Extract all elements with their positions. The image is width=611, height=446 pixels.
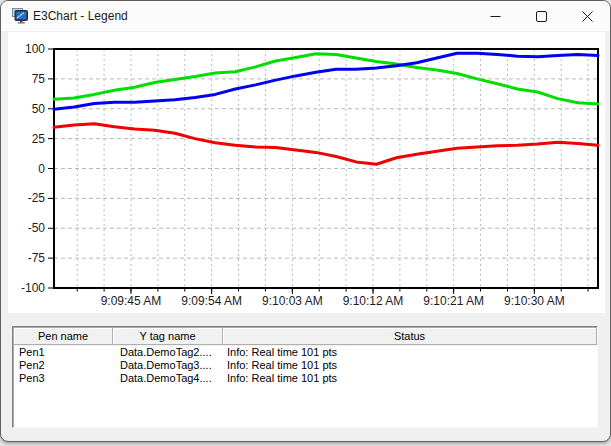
minimize-icon [490,11,501,22]
y-tick-label: -25 [28,191,46,205]
x-tick-label: 9:09:54 AM [181,294,242,308]
y-tick-label: 25 [32,132,46,146]
y-tick-label: 75 [32,72,46,86]
y-tick-label: -50 [28,221,46,235]
y-tag-name-cell: Data.DemoTag3.... [113,359,223,372]
legend-row-pen2[interactable]: Pen2 Data.DemoTag3.... Info: Real time 1… [14,359,597,372]
legend-header-y-tag-name[interactable]: Y tag name [113,328,223,345]
legend-table: Pen name Y tag name Status Pen1 Data.Dem… [12,326,598,428]
series-line-Pen3 [54,53,598,109]
status-cell: Info: Real time 101 pts [223,372,597,385]
y-tick-label: -75 [28,251,46,265]
y-tick-label: -100 [21,281,45,295]
minimize-button[interactable] [473,1,518,31]
legend-header-pen-name[interactable]: Pen name [14,328,113,345]
title-bar[interactable]: E3Chart - Legend [1,1,610,31]
x-tick-label: 9:09:45 AM [101,294,162,308]
y-tick-label: 0 [38,162,45,176]
status-cell: Info: Real time 101 pts [223,346,597,359]
y-tag-name-cell: Data.DemoTag2.... [113,346,223,359]
pen-name-cell: Pen1 [14,346,113,359]
legend-header-status[interactable]: Status [223,328,597,345]
x-tick-label: 9:10:21 AM [423,294,484,308]
close-icon [582,11,593,22]
chart-area: 1007550250-25-50-75-1009:09:45 AM9:09:54… [8,32,605,313]
legend-header: Pen name Y tag name Status [14,328,597,346]
maximize-button[interactable] [519,1,564,31]
x-tick-label: 9:10:12 AM [343,294,404,308]
close-button[interactable] [564,1,610,31]
pen-name-cell: Pen3 [14,372,113,385]
app-icon [12,8,28,24]
legend-rows: Pen1 Data.DemoTag2.... Info: Real time 1… [14,346,597,385]
legend-row-pen1[interactable]: Pen1 Data.DemoTag2.... Info: Real time 1… [14,346,597,359]
y-tag-name-cell: Data.DemoTag4.... [113,372,223,385]
x-tick-label: 9:10:30 AM [504,294,565,308]
e3chart-window: E3Chart - Legend 1007550250-25-50-75- [0,0,611,442]
series-line-Pen1 [54,124,598,165]
x-tick-label: 9:10:03 AM [262,294,323,308]
legend-row-pen3[interactable]: Pen3 Data.DemoTag4.... Info: Real time 1… [14,372,597,385]
y-tick-label: 100 [25,42,45,56]
pen-name-cell: Pen2 [14,359,113,372]
trend-chart[interactable]: 1007550250-25-50-75-1009:09:45 AM9:09:54… [8,32,605,313]
y-tick-label: 50 [32,102,46,116]
maximize-icon [536,11,547,22]
status-cell: Info: Real time 101 pts [223,359,597,372]
screen: E3Chart - Legend 1007550250-25-50-75- [0,0,611,446]
window-title: E3Chart - Legend [33,1,128,31]
